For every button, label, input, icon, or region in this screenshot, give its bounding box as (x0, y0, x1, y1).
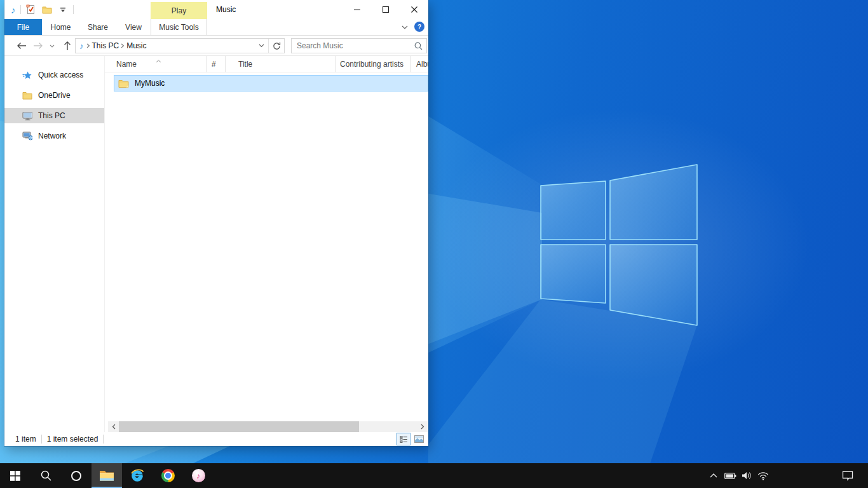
battery-icon[interactable] (722, 463, 738, 488)
window-title: Music (216, 0, 236, 19)
file-list-pane: Name # Title Contributing artists Album … (105, 56, 428, 432)
title-bar[interactable]: ♪ Play Music (4, 0, 428, 19)
new-folder-icon[interactable] (41, 3, 53, 16)
chrome-icon (161, 469, 175, 482)
volume-icon[interactable] (738, 463, 755, 488)
tab-share-label: Share (88, 23, 108, 32)
navigation-pane: Quick access OneDrive This PC Network (4, 56, 105, 432)
quick-access-star-icon (22, 71, 32, 80)
tab-home-label: Home (50, 23, 71, 32)
sidebar-item-this-pc[interactable]: This PC (4, 108, 104, 123)
search-box[interactable] (291, 38, 427, 53)
cortana-button[interactable] (61, 463, 92, 488)
taskbar-internet-explorer-button[interactable] (122, 463, 153, 488)
forward-button[interactable] (32, 36, 44, 56)
selection-count: 1 item selected (47, 435, 98, 444)
properties-icon[interactable] (25, 3, 37, 16)
toolbar-separator (73, 5, 74, 14)
sidebar-item-quick-access[interactable]: Quick access (4, 67, 104, 83)
hidden-icons-chevron[interactable] (705, 463, 722, 488)
customize-toolbar-caret[interactable] (57, 3, 69, 16)
thumbnail-view-button[interactable] (412, 433, 426, 445)
back-button[interactable] (16, 36, 27, 56)
onedrive-folder-icon (22, 91, 32, 100)
tab-music-tools[interactable]: Music Tools (151, 19, 207, 35)
tab-view-label: View (125, 23, 142, 32)
taskbar-search-button[interactable] (31, 463, 61, 488)
tab-home[interactable]: Home (42, 19, 79, 35)
breadcrumb-this-pc[interactable]: This PC (90, 41, 121, 50)
taskbar-spacer (214, 463, 705, 488)
status-bar: 1 item 1 item selected (4, 432, 428, 446)
file-explorer-window: ♪ Play Music (4, 0, 428, 446)
search-input[interactable] (292, 41, 410, 50)
address-bar[interactable]: ♪ This PC Music (75, 38, 285, 53)
toolbar-separator (20, 5, 21, 14)
folder-icon (118, 79, 129, 88)
refresh-icon[interactable] (269, 39, 284, 53)
tray-empty-space (771, 463, 835, 488)
sort-ascending-caret-icon (156, 56, 161, 65)
recent-locations-chevron-icon[interactable] (48, 36, 56, 56)
sidebar-item-label: This PC (38, 111, 65, 120)
expand-ribbon-chevron-icon[interactable] (400, 23, 409, 32)
tab-music-tools-label: Music Tools (159, 23, 198, 32)
itunes-icon: ♪ (192, 469, 205, 482)
maximize-button[interactable] (371, 0, 400, 19)
tab-view[interactable]: View (116, 19, 151, 35)
sidebar-item-label: Network (38, 132, 66, 140)
quick-access-toolbar: ♪ (11, 0, 74, 19)
column-label: # (212, 60, 216, 69)
taskbar-chrome-button[interactable] (153, 463, 183, 488)
app-music-note-icon: ♪ (11, 5, 16, 15)
up-button[interactable] (62, 36, 73, 56)
taskbar-file-explorer-button[interactable] (92, 463, 122, 488)
sidebar-item-label: Quick access (38, 71, 83, 79)
window-controls (342, 0, 428, 19)
column-header-number[interactable]: # (207, 56, 226, 72)
this-pc-monitor-icon (22, 111, 32, 121)
close-button[interactable] (400, 0, 428, 19)
scroll-left-arrow[interactable] (108, 421, 119, 432)
file-row-mymusic[interactable]: MyMusic (114, 75, 428, 92)
tab-file-label: File (17, 23, 29, 32)
breadcrumb-music[interactable]: Music (125, 41, 148, 50)
sidebar-item-network[interactable]: Network (4, 128, 104, 144)
address-music-note-icon: ♪ (76, 42, 86, 50)
scroll-right-arrow[interactable] (417, 421, 428, 432)
ribbon-tab-row: File Home Share View Music Tools ? (4, 19, 428, 36)
column-header-contributing-artists[interactable]: Contributing artists (336, 56, 411, 72)
sidebar-item-onedrive[interactable]: OneDrive (4, 88, 104, 103)
scrollbar-track[interactable] (119, 421, 417, 432)
column-label: Contributing artists (340, 60, 403, 69)
item-count: 1 item (15, 435, 36, 444)
column-label: Album (416, 60, 428, 69)
address-dropdown-chevron-icon[interactable] (254, 39, 268, 53)
taskbar-itunes-button[interactable]: ♪ (183, 463, 214, 488)
search-magnifier-icon[interactable] (410, 42, 426, 50)
scrollbar-thumb[interactable] (119, 421, 359, 432)
tab-share[interactable]: Share (79, 19, 116, 35)
wifi-icon[interactable] (755, 463, 771, 488)
details-view-button[interactable] (397, 433, 410, 445)
column-header-album[interactable]: Album (411, 56, 428, 72)
network-computer-icon (22, 132, 32, 140)
action-center-icon[interactable] (835, 463, 860, 488)
internet-explorer-icon (130, 468, 145, 484)
column-header-title[interactable]: Title (226, 56, 336, 72)
tab-file[interactable]: File (4, 19, 42, 35)
start-button[interactable] (0, 463, 31, 488)
contextual-header-label: Play (172, 6, 186, 15)
column-header-name[interactable]: Name (105, 56, 207, 72)
help-label: ? (417, 24, 421, 30)
horizontal-scrollbar[interactable] (108, 421, 428, 432)
status-separator (103, 435, 104, 444)
minimize-button[interactable] (342, 0, 371, 19)
file-name: MyMusic (135, 79, 165, 88)
help-button[interactable]: ? (414, 22, 424, 32)
sidebar-item-label: OneDrive (38, 91, 71, 100)
navigation-bar: ♪ This PC Music (4, 36, 428, 56)
contextual-tab-header[interactable]: Play (151, 2, 207, 19)
view-toggle-group (397, 433, 426, 445)
column-label: Name (116, 60, 137, 69)
